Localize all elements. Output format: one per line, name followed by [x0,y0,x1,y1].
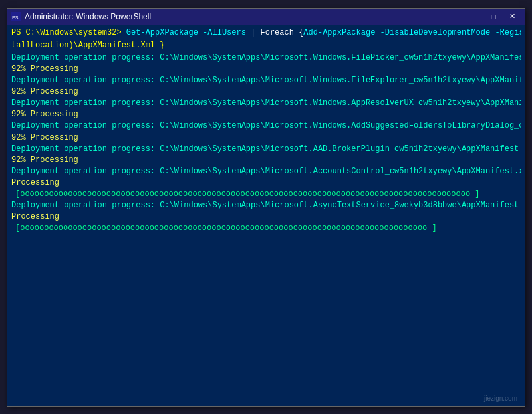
terminal-body[interactable]: PS C:\Windows\system32> Get-AppXPackage … [7,25,525,406]
output-line-9: 92% Processing [11,155,521,166]
output-line-7: 92% Processing [11,132,521,144]
output-line-8: Deployment operation progress: C:\Window… [11,144,521,155]
output-line-11: Processing [11,177,521,189]
command-continuation: tallLocation)\AppXManifest.Xml } [11,41,164,50]
param1: -AllUsers [203,28,246,37]
output-line-0: Deployment operation progress: C:\Window… [11,52,521,64]
param3: -Register [495,28,521,37]
powershell-window: PS Administrator: Windows PowerShell ─ □… [7,8,525,407]
maximize-button[interactable]: □ [485,11,502,23]
output-block: Deployment operation progress: C:\Window… [11,52,521,234]
svg-text:PS: PS [12,15,19,21]
cmd2: Foreach [261,28,294,37]
title-bar: PS Administrator: Windows PowerShell ─ □… [7,9,525,25]
pipe: | [251,28,255,37]
output-line-14: Processing [11,211,521,223]
output-line-6: Deployment operation progress: C:\Window… [11,120,521,132]
output-line-12: [ooooooooooooooooooooooooooooooooooooooo… [11,189,521,200]
output-line-5: 92% Processing [11,109,521,120]
command-line: PS C:\Windows\system32> Get-AppXPackage … [11,27,521,39]
window-title: Administrator: Windows PowerShell [25,12,466,21]
param2: -DisableDevelopmentMode [380,28,491,37]
output-line-13: Deployment operation progress: C:\Window… [11,200,521,211]
cmd3: Add-AppxPackage [303,28,375,37]
output-line-3: 92% Processing [11,86,521,98]
prompt: PS C:\Windows\system32> [11,28,122,37]
close-button[interactable]: ✕ [503,11,521,23]
output-line-10: Deployment operation progress: C:\Window… [11,166,521,177]
window-controls: ─ □ ✕ [466,11,521,23]
output-line-15: [ooooooooooooooooooooooooooooooooooooooo… [11,223,521,234]
minimize-button[interactable]: ─ [466,11,483,23]
output-line-1: 92% Processing [11,64,521,75]
cmd1: Get-AppXPackage [126,28,198,37]
output-line-2: Deployment operation progress: C:\Window… [11,75,521,86]
powershell-icon: PS [11,12,21,21]
command-line-continued: tallLocation)\AppXManifest.Xml } [11,40,521,51]
output-line-4: Deployment operation progress: C:\Window… [11,98,521,109]
